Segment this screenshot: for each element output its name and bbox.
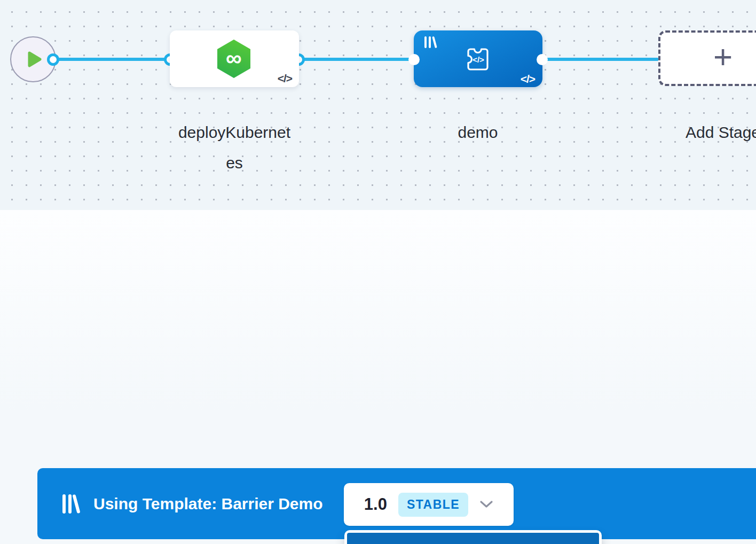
template-icon <box>62 493 82 515</box>
pipeline-stage-editor: ∞ </> </> </> + deployKubernetes demo Ad… <box>0 0 756 544</box>
template-icon <box>424 36 438 49</box>
connector-port[interactable] <box>47 53 59 66</box>
play-icon <box>28 51 42 67</box>
add-stage-button[interactable]: + <box>658 30 756 86</box>
template-banner-label: Using Template: Barrier Demo <box>93 495 323 513</box>
version-dropdown-menu: 1.0 (Stable) <box>344 530 602 544</box>
code-icon: </> <box>521 73 535 86</box>
stage-node-demo[interactable]: </> </> <box>414 30 542 87</box>
pipeline-canvas[interactable]: ∞ </> </> </> + deployKubernetes demo Ad… <box>0 0 756 210</box>
plus-icon: + <box>713 40 733 73</box>
stage-label: deployKubernetes <box>177 117 292 178</box>
connector-line <box>542 58 659 61</box>
infinity-glyph: ∞ <box>226 47 242 69</box>
stage-node-deploykubernetes[interactable]: ∞ </> <box>170 30 299 87</box>
custom-stage-icon: </> <box>463 44 493 74</box>
version-dropdown-option[interactable]: 1.0 (Stable) <box>347 533 599 544</box>
stage-settings-section: Using Template: Barrier Demo 1.0 STABLE … <box>0 210 756 544</box>
code-glyph: </> <box>472 55 484 64</box>
stable-badge: STABLE <box>398 493 468 517</box>
add-stage-label: Add Stage <box>664 117 756 147</box>
connector-port[interactable] <box>537 54 548 65</box>
code-icon: </> <box>278 72 292 85</box>
template-version-selector[interactable]: 1.0 STABLE <box>344 483 514 526</box>
connector-line <box>298 58 415 61</box>
connector-line <box>53 58 170 61</box>
cd-stage-icon: ∞ <box>217 40 250 78</box>
connector-port[interactable] <box>408 54 420 65</box>
stage-label: demo <box>424 117 531 147</box>
chevron-down-icon[interactable] <box>479 500 493 509</box>
template-version-value: 1.0 <box>364 495 387 514</box>
